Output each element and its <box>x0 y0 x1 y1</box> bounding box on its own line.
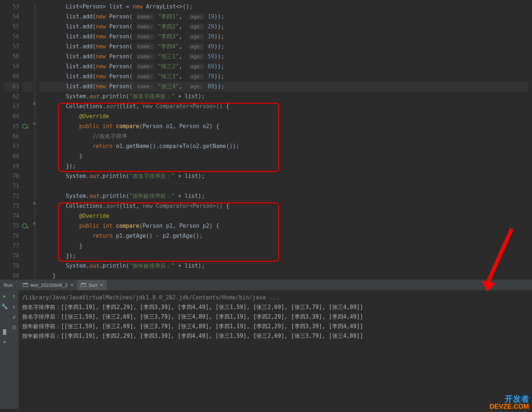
run-tools-left: ▶ 🔧 ◙ » <box>0 291 9 409</box>
code-editor[interactable]: 5354555657585960616263646566676869707172… <box>4 2 528 279</box>
up-icon[interactable]: ↑ <box>11 293 17 299</box>
camera-icon[interactable]: ◙ <box>1 328 8 335</box>
watermark: 开发者 DEVZE.COM <box>490 395 529 410</box>
line-number-gutter: 5354555657585960616263646566676869707172… <box>4 2 22 279</box>
tab-icon <box>81 283 86 287</box>
console-output[interactable]: /Library/Java/JavaVirtualMachines/jdk1.8… <box>18 291 532 409</box>
fold-gutter: ⊟ ⊟ ⊟ ⊟ <box>33 2 38 279</box>
run-panel: ▶ 🔧 ◙ » ↑ ↓ ↲ ⎙ /Library/Java/JavaVirtua… <box>0 291 532 409</box>
down-icon[interactable]: ↓ <box>11 303 17 310</box>
run-tools-right: ↑ ↓ ↲ ⎙ <box>9 291 18 409</box>
expand-icon[interactable]: » <box>1 339 8 345</box>
output-line: 按名字排序后：[[张三1,59], [张三2,69], [张三3,79], [张… <box>22 312 528 322</box>
output-line: 按年龄排序前：[[张三1,59], [张三2,69], [张三3,79], [张… <box>22 322 528 331</box>
close-icon[interactable]: × <box>71 282 74 288</box>
wrap-icon[interactable]: ↲ <box>11 313 17 320</box>
run-icon[interactable]: ▶ <box>1 293 8 299</box>
command-line: /Library/Java/JavaVirtualMachines/jdk1.8… <box>22 293 528 302</box>
run-label: Run: <box>4 282 14 288</box>
marker-gutter <box>22 2 33 279</box>
code-area[interactable]: List<Person> list = new ArrayList<>(); l… <box>38 2 528 279</box>
output-line: 按名字排序前：[[李四1,19], [李四2,29], [李四3,39], [李… <box>22 302 528 312</box>
annotation-arrow <box>480 227 517 295</box>
tab-icon <box>23 283 28 287</box>
run-tab-1[interactable]: Sort× <box>77 280 107 290</box>
close-icon[interactable]: × <box>100 282 103 288</box>
run-tab-0[interactable]: test_20230606_2× <box>19 280 77 290</box>
run-toolbar: Run: test_20230606_2× Sort× <box>0 279 532 291</box>
output-line: 按年龄排序后：[[李四1,19], [李四2,29], [李四3,39], [李… <box>22 331 528 341</box>
print-icon[interactable]: ⎙ <box>11 324 17 330</box>
wrench-icon[interactable]: 🔧 <box>1 303 8 310</box>
